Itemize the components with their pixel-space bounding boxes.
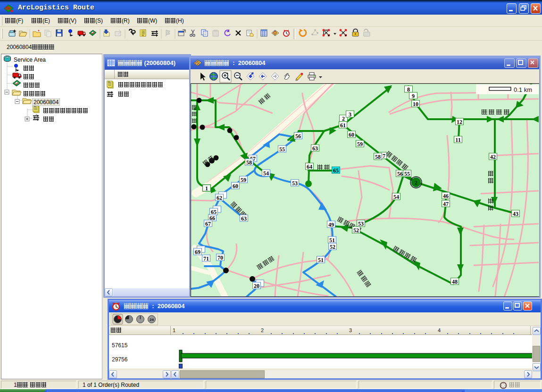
svg-text:70: 70 <box>217 254 223 261</box>
svg-text:58: 58 <box>246 159 252 166</box>
svg-text:55: 55 <box>279 146 285 153</box>
svg-text:56: 56 <box>397 171 403 177</box>
svg-text:3: 3 <box>349 327 352 333</box>
svg-text:62: 62 <box>217 195 222 201</box>
svg-text:61: 61 <box>340 122 346 129</box>
svg-text:60: 60 <box>349 131 354 138</box>
svg-text:65: 65 <box>333 167 339 174</box>
svg-text:46: 46 <box>443 193 449 199</box>
svg-text:63: 63 <box>241 215 247 222</box>
svg-text:71: 71 <box>203 255 209 262</box>
svg-text:12: 12 <box>457 119 462 125</box>
svg-text:59: 59 <box>241 177 246 183</box>
svg-text:1: 1 <box>173 327 175 333</box>
svg-text:58: 58 <box>375 154 381 160</box>
svg-text:4: 4 <box>438 327 441 333</box>
svg-text:42: 42 <box>490 154 496 160</box>
svg-text:2: 2 <box>415 180 417 186</box>
svg-text:53: 53 <box>292 180 298 187</box>
svg-text:54: 54 <box>263 170 269 177</box>
svg-text:60: 60 <box>233 183 238 189</box>
svg-text:52: 52 <box>353 227 359 234</box>
svg-text:51: 51 <box>329 237 335 244</box>
svg-text:51: 51 <box>318 257 324 263</box>
svg-text:2: 2 <box>342 115 345 122</box>
svg-text:3: 3 <box>349 111 351 118</box>
svg-text:56: 56 <box>295 133 301 139</box>
svg-text:55: 55 <box>404 171 410 177</box>
svg-text:54: 54 <box>393 194 399 200</box>
svg-text:11: 11 <box>455 137 460 143</box>
svg-text:7: 7 <box>383 153 385 159</box>
svg-text:53: 53 <box>358 220 364 227</box>
svg-text:64: 64 <box>307 163 312 170</box>
svg-text:52: 52 <box>330 244 335 250</box>
svg-text:69: 69 <box>195 249 200 255</box>
svg-text:63: 63 <box>312 145 318 152</box>
svg-text:65: 65 <box>211 209 217 215</box>
svg-text:67: 67 <box>205 220 211 227</box>
svg-text:47: 47 <box>443 201 449 207</box>
svg-text:59: 59 <box>357 141 363 147</box>
svg-text:24: 24 <box>150 318 154 322</box>
svg-text:9: 9 <box>412 93 415 99</box>
svg-text:1: 1 <box>205 185 208 192</box>
svg-text:48: 48 <box>452 278 458 285</box>
svg-text:20: 20 <box>254 283 259 289</box>
svg-text:43: 43 <box>513 211 518 217</box>
svg-text:49: 49 <box>328 221 334 228</box>
svg-text:0.1 km: 0.1 km <box>514 86 532 93</box>
svg-text:8: 8 <box>407 86 410 93</box>
svg-text:10: 10 <box>413 101 418 107</box>
svg-text:2: 2 <box>261 327 264 333</box>
